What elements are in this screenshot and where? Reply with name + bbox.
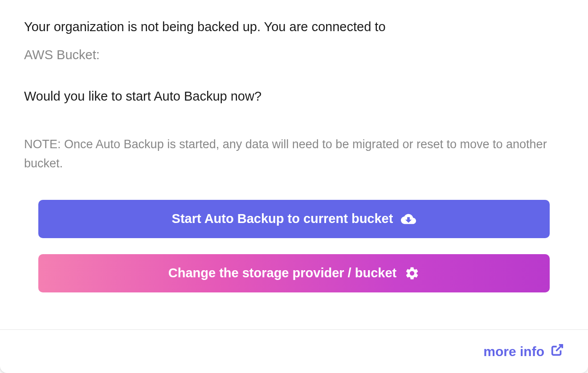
external-link-icon: [551, 343, 564, 360]
buttons-container: Start Auto Backup to current bucket Chan…: [24, 200, 564, 292]
card-footer: more info: [0, 329, 588, 373]
more-info-link[interactable]: more info: [483, 343, 564, 360]
backup-card: Your organization is not being backed up…: [0, 0, 588, 373]
change-storage-provider-label: Change the storage provider / bucket: [168, 266, 396, 280]
backup-note: NOTE: Once Auto Backup is started, any d…: [24, 135, 564, 173]
card-content: Your organization is not being backed up…: [0, 0, 588, 329]
start-auto-backup-label: Start Auto Backup to current bucket: [172, 211, 393, 226]
more-info-label: more info: [483, 344, 544, 359]
backup-status-text: Your organization is not being backed up…: [24, 18, 564, 36]
svg-line-0: [556, 345, 563, 351]
change-storage-provider-button[interactable]: Change the storage provider / bucket: [38, 254, 550, 292]
cloud-download-icon: [401, 211, 416, 227]
gear-icon: [404, 266, 420, 281]
backup-prompt-question: Would you like to start Auto Backup now?: [24, 89, 564, 104]
bucket-label: AWS Bucket:: [24, 48, 564, 62]
start-auto-backup-button[interactable]: Start Auto Backup to current bucket: [38, 200, 550, 238]
